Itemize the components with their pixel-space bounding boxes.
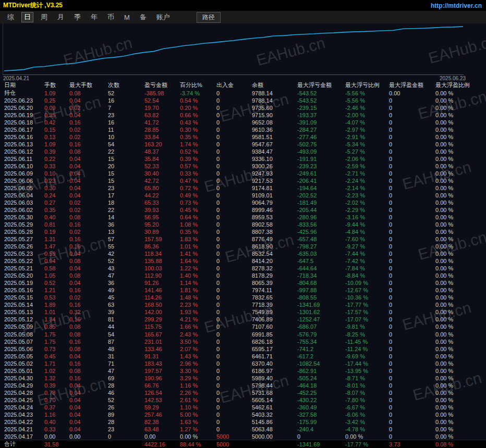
cell-10: 0	[389, 382, 435, 389]
menu-tab-4[interactable]: 月	[55, 12, 67, 22]
table-row[interactable]: 2025.05.021.710.1671183.432.96 %06370.40…	[0, 360, 482, 367]
table-row[interactable]: 2025.06.131.090.1654163.201.74 %09547.67…	[0, 141, 482, 148]
table-row[interactable]: 2025.06.110.220.041535.840.39 %09336.10-…	[0, 155, 482, 163]
cell-9: -3.16 %	[345, 214, 389, 220]
cell-1: 0.59	[44, 251, 69, 257]
table-row[interactable]: 2025.05.261.470.165586.361.01 %08618.90-…	[0, 243, 482, 250]
table-row[interactable]: 2025.05.141.890.1663168.502.23 %07718.39…	[0, 301, 482, 308]
cell-2: 0.04	[69, 178, 108, 184]
table-row[interactable]: 2025.04.231.160.0489257.465.00 %05403.32…	[0, 411, 482, 418]
cell-10: 0	[389, 141, 435, 147]
menu-tab-9[interactable]: 备	[137, 12, 149, 22]
cell-6: 0	[216, 178, 252, 184]
cell-5: 0.39 %	[180, 156, 216, 162]
path-button[interactable]: 路径	[197, 12, 221, 23]
table-row[interactable]: 2025.05.210.580.0443100.031.22 %08278.32…	[0, 265, 482, 272]
table-row[interactable]: 2025.04.170.000.0000.000.00 %50005000.00…	[0, 433, 482, 440]
table-row[interactable]: 2025.06.090.100.041530.400.33 %09247.93-…	[0, 170, 482, 177]
table-row[interactable]: 2025.06.230.250.041652.540.54 %09788.14-…	[0, 97, 482, 104]
menu-tab-7[interactable]: 币	[105, 12, 117, 22]
table-row[interactable]: 2025.05.081.750.0854165.672.43 %06991.85…	[0, 331, 482, 338]
cell-2: 0.04	[69, 170, 108, 177]
cell-4: 44.22	[144, 192, 180, 198]
table-row[interactable]: 2025.06.020.350.022239.930.45 %08999.46-…	[0, 206, 482, 214]
table-row[interactable]: 2025.06.100.330.042052.330.57 %09300.26-…	[0, 163, 482, 170]
menu-tab-10[interactable]: 账户	[154, 12, 173, 22]
table-row[interactable]: 2025.05.131.010.3239142.001.93 %07549.89…	[0, 308, 482, 316]
table-row[interactable]: 2025.05.280.190.021330.890.35 %08807.38-…	[0, 228, 482, 235]
cell-7: 9547.67	[252, 141, 297, 147]
cell-7: 7406.89	[252, 316, 297, 322]
cell-7: 6826.18	[252, 339, 297, 345]
menu-tab-8[interactable]: M	[122, 13, 132, 22]
table-row[interactable]: 2025.05.220.940.0852135.881.64 %08414.20…	[0, 257, 482, 265]
cell-3: 87	[108, 339, 144, 345]
table-row[interactable]: 2025.05.290.810.163695.201.08 %08902.58-…	[0, 221, 482, 228]
table-row[interactable]: 2025.06.120.390.082248.370.52 %09384.47-…	[0, 148, 482, 155]
table-row[interactable]: 2025.05.201.050.0847112.901.40 %08178.29…	[0, 272, 482, 279]
cell-7: 5798.44	[252, 382, 297, 389]
table-row[interactable]: 2025.05.090.850.0844115.751.66 %07107.60…	[0, 323, 482, 330]
cell-2: 0.08	[69, 214, 108, 220]
cell-9: -7.84 %	[345, 265, 389, 271]
table-row[interactable]: 2025.05.071.750.1687231.013.50 %06826.18…	[0, 338, 482, 345]
table-row[interactable]: 2025.04.240.370.042659.291.10 %05462.61-…	[0, 404, 482, 411]
table-row[interactable]: 2025.05.060.730.0848133.462.07 %06595.17…	[0, 345, 482, 353]
cell-0: 2025.05.14	[4, 302, 44, 308]
table-row[interactable]: 2025.06.200.090.02719.700.20 %09735.60-2…	[0, 104, 482, 111]
cell-1: 0.58	[44, 265, 69, 271]
table-row[interactable]: 2025.05.011.020.0847197.573.30 %06186.97…	[0, 367, 482, 375]
cell-10: 0	[389, 280, 435, 286]
table-row[interactable]: 2025.05.121.340.1681299.294.21 %07406.89…	[0, 316, 482, 323]
table-row[interactable]: 2025.06.030.270.021865.330.73 %09064.79-…	[0, 199, 482, 206]
table-row[interactable]: 2025.05.161.210.1649141.461.81 %07974.11…	[0, 287, 482, 294]
cell-11: 0.00 %	[435, 105, 482, 111]
table-row[interactable]: 2025.05.230.590.0442118.341.41 %08532.54…	[0, 250, 482, 257]
table-row[interactable]: 2025.04.250.700.0452142.532.61 %05605.14…	[0, 396, 482, 404]
cell-4: 114.26	[144, 294, 180, 301]
table-row[interactable]: 2025.06.050.300.042365.800.72 %09174.81-…	[0, 184, 482, 192]
table-row[interactable]: 2025.05.050.450.043191.311.43 %06461.71-…	[0, 353, 482, 360]
table-row[interactable]: 2025.05.300.400.081456.950.64 %08959.53-…	[0, 214, 482, 221]
table-row[interactable]: 2025.06.190.350.042363.820.66 %09715.90-…	[0, 111, 482, 119]
cell-5: 1.81 %	[180, 287, 216, 293]
menu-tab-5[interactable]: 季	[71, 12, 83, 22]
menu-tab-3[interactable]: 周	[38, 12, 50, 22]
cell-2: 0.04	[69, 419, 108, 425]
site-url-link[interactable]: http://mtdriver.cn	[431, 2, 486, 9]
cell-9: -17.77 %	[345, 302, 389, 308]
table-row[interactable]: 2025.06.180.420.161641.720.43 %09652.08-…	[0, 119, 482, 126]
table-row[interactable]: 2025.04.301.320.1669190.963.29 %05989.40…	[0, 375, 482, 382]
table-row[interactable]: 2025.06.040.240.041744.220.49 %09109.01-…	[0, 192, 482, 199]
table-row[interactable]: 2025.04.210.330.042363.481.27 %05063.48-…	[0, 426, 482, 433]
column-header-6: 百分比%	[180, 81, 216, 89]
cell-5: 1.16 %	[180, 382, 216, 389]
cell-6: 0	[216, 112, 252, 118]
table-row[interactable]: 2025.05.150.530.0245114.261.48 %07832.65…	[0, 294, 482, 301]
cell-5: 1.63 %	[180, 419, 216, 425]
cell-7: 9174.81	[252, 185, 297, 191]
cell-5: 2.43 %	[180, 331, 216, 338]
table-row[interactable]: 2025.06.170.150.021128.850.30 %09610.36-…	[0, 126, 482, 133]
menubar: 综日周月季年币M备账户 路径	[0, 11, 486, 23]
cell-2: 0.16	[69, 119, 108, 126]
cell-1: 0.10	[44, 170, 69, 177]
table-row[interactable]: 2025.04.280.780.0446126.542.26 %05731.68…	[0, 389, 482, 396]
table-row[interactable]: 持仓1.090.0852-385.98-3.74 %09788.14-543.5…	[0, 89, 482, 97]
table-row[interactable]: 2025.05.271.310.1657157.591.83 %08776.49…	[0, 235, 482, 243]
table-row[interactable]: 2025.05.190.520.043691.261.14 %08065.39-…	[0, 279, 482, 287]
table-row[interactable]: 2025.06.160.130.021033.840.35 %09581.51-…	[0, 133, 482, 141]
cell-3: 52	[108, 258, 144, 264]
menu-tab-1[interactable]: 综	[5, 12, 17, 22]
cell-10: 0	[389, 397, 435, 403]
cell-8: -798.27	[297, 243, 345, 250]
menu-tab-6[interactable]: 年	[88, 12, 100, 22]
cell-11: 0.00 %	[435, 339, 482, 345]
menu-tab-2[interactable]: 日	[21, 12, 33, 22]
table-row[interactable]: 2025.04.220.400.042882.381.63 %05145.86-…	[0, 418, 482, 426]
cell-7: 7107.60	[252, 323, 297, 330]
table-row[interactable]: 2025.06.060.230.041542.720.47 %09217.53-…	[0, 177, 482, 184]
cell-10: 0	[389, 404, 435, 410]
table-row[interactable]: 2025.04.290.390.042866.761.16 %05798.44-…	[0, 382, 482, 389]
cell-11: 0.00 %	[435, 272, 482, 279]
